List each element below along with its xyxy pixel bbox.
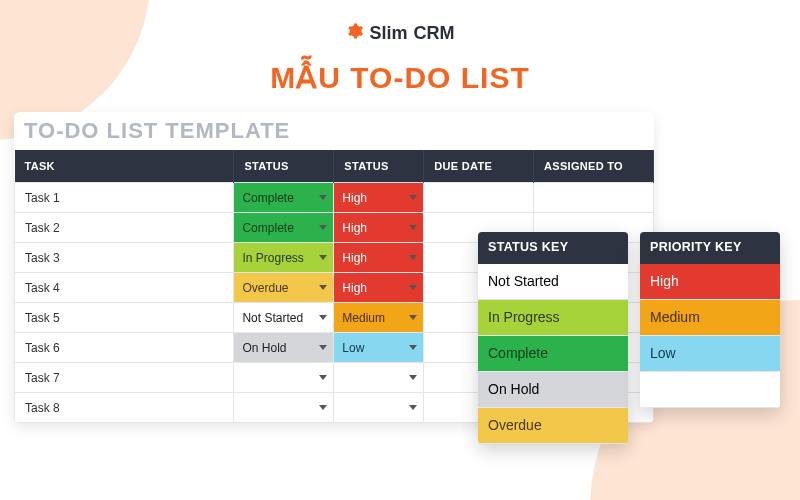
task-cell[interactable]: Task 2 — [15, 213, 234, 243]
chevron-down-icon — [319, 315, 327, 320]
col-header-task: TASK — [15, 150, 234, 183]
status-dropdown[interactable]: In Progress — [234, 243, 333, 272]
status-value: In Progress — [242, 251, 303, 265]
chevron-down-icon — [319, 345, 327, 350]
priority-value: High — [342, 191, 367, 205]
task-cell[interactable]: Task 1 — [15, 183, 234, 213]
status-cell[interactable] — [234, 393, 334, 423]
task-cell[interactable]: Task 6 — [15, 333, 234, 363]
col-header-due: DUE DATE — [424, 150, 534, 183]
status-dropdown[interactable]: On Hold — [234, 333, 333, 362]
priority-dropdown[interactable]: Low — [334, 333, 423, 362]
chevron-down-icon — [409, 285, 417, 290]
priority-key-item: Medium — [640, 300, 780, 336]
task-cell[interactable]: Task 3 — [15, 243, 234, 273]
status-key-item: Complete — [478, 336, 628, 372]
priority-value: High — [342, 281, 367, 295]
task-cell[interactable]: Task 8 — [15, 393, 234, 423]
priority-key-card: PRIORITY KEY HighMediumLow — [640, 232, 780, 408]
priority-dropdown[interactable]: High — [334, 213, 423, 242]
priority-value: Low — [342, 341, 364, 355]
task-cell[interactable]: Task 4 — [15, 273, 234, 303]
status-cell[interactable]: Overdue — [234, 273, 334, 303]
chevron-down-icon — [409, 315, 417, 320]
status-value: Overdue — [242, 281, 288, 295]
status-dropdown[interactable]: Not Started — [234, 303, 333, 332]
table-header-row: TASK STATUS STATUS DUE DATE ASSIGNED TO — [15, 150, 654, 183]
priority-cell[interactable]: High — [334, 243, 424, 273]
priority-value: High — [342, 251, 367, 265]
col-header-priority: STATUS — [334, 150, 424, 183]
chevron-down-icon — [409, 195, 417, 200]
status-dropdown[interactable] — [234, 393, 333, 422]
status-key-title: STATUS KEY — [478, 232, 628, 264]
priority-dropdown[interactable]: High — [334, 243, 423, 272]
chevron-down-icon — [409, 345, 417, 350]
task-cell[interactable]: Task 5 — [15, 303, 234, 333]
status-value: Complete — [242, 221, 293, 235]
page-title: MẪU TO-DO LIST — [270, 60, 529, 95]
task-cell[interactable]: Task 7 — [15, 363, 234, 393]
chevron-down-icon — [409, 255, 417, 260]
status-dropdown[interactable] — [234, 363, 333, 392]
status-value: Complete — [242, 191, 293, 205]
priority-dropdown[interactable]: Medium — [334, 303, 423, 332]
chevron-down-icon — [409, 375, 417, 380]
status-cell[interactable]: In Progress — [234, 243, 334, 273]
status-value: Not Started — [242, 311, 303, 325]
brand-suffix: CRM — [414, 23, 455, 44]
status-cell[interactable]: Not Started — [234, 303, 334, 333]
chevron-down-icon — [319, 405, 327, 410]
status-dropdown[interactable]: Complete — [234, 213, 333, 242]
priority-cell[interactable] — [334, 363, 424, 393]
status-key-item: On Hold — [478, 372, 628, 408]
priority-cell[interactable]: High — [334, 213, 424, 243]
status-key-card: STATUS KEY Not StartedIn ProgressComplet… — [478, 232, 628, 444]
priority-dropdown[interactable]: High — [334, 183, 423, 212]
priority-dropdown[interactable]: High — [334, 273, 423, 302]
status-dropdown[interactable]: Complete — [234, 183, 333, 212]
table-row: Task 1CompleteHigh — [15, 183, 654, 213]
chevron-down-icon — [319, 195, 327, 200]
priority-cell[interactable]: Low — [334, 333, 424, 363]
chevron-down-icon — [319, 375, 327, 380]
priority-cell[interactable]: Medium — [334, 303, 424, 333]
status-value: On Hold — [242, 341, 286, 355]
priority-key-title: PRIORITY KEY — [640, 232, 780, 264]
status-cell[interactable]: On Hold — [234, 333, 334, 363]
chevron-down-icon — [409, 405, 417, 410]
col-header-status: STATUS — [234, 150, 334, 183]
status-cell[interactable]: Complete — [234, 213, 334, 243]
priority-cell[interactable] — [334, 393, 424, 423]
status-cell[interactable]: Complete — [234, 183, 334, 213]
gear-icon — [345, 22, 363, 45]
sheet-title: TO-DO LIST TEMPLATE — [14, 112, 654, 150]
priority-dropdown[interactable] — [334, 393, 423, 422]
priority-key-item: High — [640, 264, 780, 300]
status-key-item: Not Started — [478, 264, 628, 300]
priority-dropdown[interactable] — [334, 363, 423, 392]
status-dropdown[interactable]: Overdue — [234, 273, 333, 302]
priority-key-item — [640, 372, 780, 408]
col-header-assigned: ASSIGNED TO — [534, 150, 654, 183]
chevron-down-icon — [319, 285, 327, 290]
chevron-down-icon — [319, 225, 327, 230]
priority-cell[interactable]: High — [334, 183, 424, 213]
chevron-down-icon — [319, 255, 327, 260]
priority-value: High — [342, 221, 367, 235]
priority-value: Medium — [342, 311, 385, 325]
brand-logo: SlimCRM — [345, 22, 454, 45]
assigned-cell[interactable] — [534, 183, 654, 213]
priority-cell[interactable]: High — [334, 273, 424, 303]
due-cell[interactable] — [424, 183, 534, 213]
status-key-item: In Progress — [478, 300, 628, 336]
priority-key-item: Low — [640, 336, 780, 372]
status-cell[interactable] — [234, 363, 334, 393]
brand-name: Slim — [369, 23, 407, 44]
chevron-down-icon — [409, 225, 417, 230]
status-key-item: Overdue — [478, 408, 628, 444]
